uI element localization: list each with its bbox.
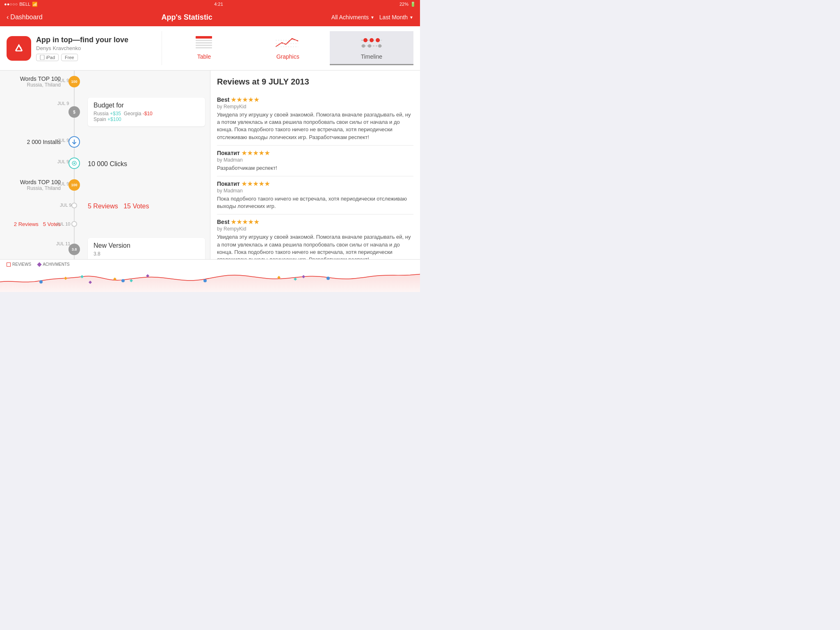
version-dot: 3.8 [68,244,80,255]
review-item: Покатит ★★★★★ by Madman Разработчикам ре… [217,146,413,176]
timeline-left-label: Words TOP 100 Russia, Thiland [0,75,66,88]
view-tabs: Table Graphics [162,31,413,65]
svg-rect-1 [40,55,44,60]
svg-rect-5 [196,45,212,46]
ipad-badge: iPad [36,54,59,61]
review-text: Увидела эту игрушку у своей знакомой. По… [217,111,413,141]
svg-rect-4 [196,42,212,43]
wifi-icon: 📶 [32,2,38,7]
back-label: Dashboard [10,14,42,21]
svg-point-16 [368,44,371,48]
review-title-text: Покатит [217,150,242,156]
battery-label: 22% [399,2,409,7]
review-text: Увидела эту игрушку у своей знакомой. По… [217,233,413,259]
app-icon [7,36,31,61]
period-label: Last Month [379,14,408,21]
timeline-item: 2 Reviews 5 Votes JUL 10 [0,215,210,233]
svg-point-34 [326,276,330,280]
chart-legend: REVIEWS ACHIVMENTS [7,262,70,267]
review-item: Покатит ★★★★★ by Madman Пока подобного т… [217,176,413,215]
filter-period[interactable]: Last Month ▼ [379,14,413,21]
signal-dots: ●●○○○ [4,2,18,7]
tab-graphics[interactable]: Graphics [246,31,330,65]
timeline-left-label: 2 Reviews 5 Votes [0,221,66,227]
battery-icon: 🔋 [410,2,416,7]
dot-area: 3.8 [66,244,83,255]
review-item: Best ★★★★★ by RempyKid Увидела эту игруш… [217,92,413,146]
timeline-item: JUL 9 10 000 Clicks [0,153,210,174]
review-title-text: Best [217,96,231,103]
svg-point-19 [73,162,75,164]
svg-point-11 [363,38,368,42]
dot-area: 100 [66,179,83,191]
stars: ★★★★★ [231,219,260,225]
timeline-item: JUL 11 3.8 New Version 3.8 [0,233,210,259]
achievements-legend-label: ACHIVMENTS [43,262,70,267]
gray-dot: $ [68,106,80,118]
status-left: ●●○○○ BELL 📶 [4,2,38,7]
review-title-text: Покатит [217,180,242,187]
status-time: 4:21 [214,2,223,7]
review-text: Разработчикам респект! [217,164,413,172]
legend-reviews: REVIEWS [7,262,31,267]
back-chevron-icon: ‹ [7,14,9,21]
app-name: App in top—find your love [36,36,162,44]
back-button[interactable]: ‹ Dashboard [7,14,43,21]
svg-point-17 [378,44,381,48]
svg-point-13 [376,38,380,42]
stars: ★★★★★ [242,180,270,187]
stars: ★★★★★ [242,150,270,156]
review-by: by Madman [217,157,413,163]
tab-table[interactable]: Table [162,31,246,65]
main-content: Words TOP 100 Russia, Thiland JUL 9 100 … [0,71,420,259]
period-chevron-icon: ▼ [409,15,413,20]
tab-timeline[interactable]: Timeline [330,31,413,65]
tab-graphics-label: Graphics [276,53,299,60]
timeline-panel: Words TOP 100 Russia, Thiland JUL 9 100 … [0,71,210,259]
achievements-legend-icon [37,262,41,267]
table-icon [194,35,214,52]
achievements-label: All Achivments [331,14,369,21]
reviews-votes-content: 5 Reviews 15 Votes [83,201,210,210]
review-title-text: Best [217,219,231,225]
reviews-legend-icon [7,262,11,267]
svg-point-12 [370,38,374,42]
clicks-content: 10 000 Clicks [83,159,210,168]
svg-point-33 [203,279,207,282]
orange-dot: 100 [68,76,80,87]
timeline-left-label: Words TOP 100 Russia, Thiland [0,179,66,191]
review-text: Пока подобного такого ничего не встречал… [217,195,413,210]
stars: ★★★★★ [231,96,260,103]
filter-achievements[interactable]: All Achivments ▼ [331,14,374,21]
status-bar: ●●○○○ BELL 📶 4:21 22% 🔋 [0,0,420,8]
review-by: by RempyKid [217,226,413,232]
orange-dot-2: 100 [68,179,80,191]
dot-area [66,203,83,208]
review-by: by Madman [217,188,413,194]
svg-rect-0 [11,41,26,56]
budget-card: Budget for Russia +$35 Georgia -$10 Spai… [83,98,210,126]
timeline-item: 2 000 Installs JUL 9 [0,131,210,153]
timeline-item: Words TOP 100 Russia, Thiland JUL 9 100 [0,174,210,196]
dot-area [66,221,83,227]
graphics-icon [274,35,302,52]
reviews-title: Reviews at 9 JULY 2013 [217,77,413,87]
svg-rect-2 [196,36,212,39]
status-right: 22% 🔋 [399,2,416,7]
reviews-legend-label: REVIEWS [12,262,31,267]
timeline-item: JUL 9 $ Budget for Russia +$35 Georgia -… [0,93,210,131]
app-header: App in top—find your love Denys Kravchen… [0,26,420,71]
tab-timeline-label: Timeline [361,53,382,60]
app-developer: Denys Kravchenko [36,45,162,51]
teal-target-dot [68,158,80,169]
version-card-inner: New Version 3.8 [88,238,205,259]
bottom-chart: REVIEWS ACHIVMENTS [0,259,420,292]
timeline-item: Words TOP 100 Russia, Thiland JUL 9 100 [0,71,210,93]
tab-table-label: Table [197,53,211,60]
svg-point-31 [39,280,43,283]
app-info: App in top—find your love Denys Kravchen… [36,36,162,61]
dot-area: $ [66,106,83,118]
nav-title: App's Statistic [162,13,212,22]
version-card: New Version 3.8 [83,238,210,259]
nav-right: All Achivments ▼ Last Month ▼ [331,14,413,21]
